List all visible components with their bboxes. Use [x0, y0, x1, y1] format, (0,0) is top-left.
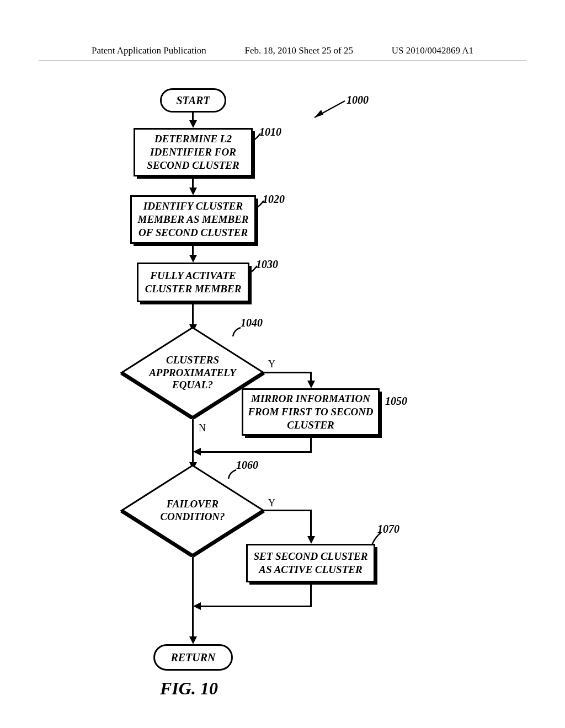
- figure-caption: FIG. 10: [160, 678, 218, 699]
- process-1050: MIRROR INFORMATION FROM FIRST TO SECOND …: [242, 388, 380, 436]
- header-left: Patent Application Publication: [92, 45, 206, 56]
- ref-1050: 1050: [385, 395, 407, 408]
- label-yes-1060: Y: [268, 497, 275, 509]
- connector: [310, 510, 312, 537]
- ref-1060: 1060: [236, 459, 258, 472]
- process-1030: FULLY ACTIVATE CLUSTER MEMBER: [137, 263, 249, 302]
- return-terminal: RETURN: [153, 644, 233, 671]
- callout-1020-icon: [255, 200, 266, 211]
- connector: [264, 510, 311, 511]
- callout-1010-icon: [252, 132, 263, 143]
- start-terminal: START: [160, 88, 226, 113]
- flowchart-diagram: 1000 START DETERMINE L2 IDENTIFIER FOR S…: [0, 77, 565, 728]
- ref-1020: 1020: [263, 193, 285, 206]
- callout-1050-icon: [379, 405, 388, 415]
- callout-1040-icon: [231, 325, 244, 339]
- arrowhead-down-icon: [189, 636, 197, 644]
- connector: [192, 557, 194, 638]
- connector: [192, 304, 194, 325]
- arrowhead-down-icon: [189, 188, 197, 195]
- ref-1000: 1000: [347, 94, 369, 106]
- svg-marker-1: [315, 110, 323, 117]
- arrowhead-down-icon: [189, 120, 197, 128]
- connector: [310, 438, 312, 452]
- callout-1070-icon: [370, 532, 382, 546]
- process-1070: SET SECOND CLUSTER AS ACTIVE CLUSTER: [246, 544, 375, 582]
- arrowhead-down-icon: [307, 536, 315, 544]
- header-center: Feb. 18, 2010 Sheet 25 of 25: [245, 45, 353, 56]
- arrowhead-down-icon: [189, 255, 197, 263]
- page-header: Patent Application Publication Feb. 18, …: [39, 0, 526, 61]
- header-right: US 2010/0042869 A1: [392, 45, 473, 56]
- arrowhead-down-icon: [307, 381, 315, 388]
- connector: [200, 606, 312, 607]
- decision-1060: FAILOVER CONDITION?: [120, 464, 265, 557]
- arrowhead-left-icon: [193, 602, 201, 610]
- label-no-1040: N: [199, 422, 206, 434]
- callout-1030-icon: [248, 265, 259, 276]
- process-1020: IDENTIFY CLUSTER MEMBER AS MEMBER OF SEC…: [130, 195, 256, 244]
- connector: [200, 451, 312, 453]
- ref-1010: 1010: [259, 126, 281, 138]
- connector: [310, 585, 312, 607]
- connector: [264, 372, 311, 373]
- label-yes-1040: Y: [268, 358, 275, 370]
- arrowhead-left-icon: [193, 448, 201, 456]
- leader-1000-icon: [309, 98, 348, 120]
- callout-1060-icon: [226, 468, 239, 481]
- ref-1030: 1030: [256, 258, 278, 271]
- connector: [192, 419, 194, 463]
- ref-1040: 1040: [241, 317, 263, 329]
- process-1010: DETERMINE L2 IDENTIFIER FOR SECOND CLUST…: [134, 128, 253, 176]
